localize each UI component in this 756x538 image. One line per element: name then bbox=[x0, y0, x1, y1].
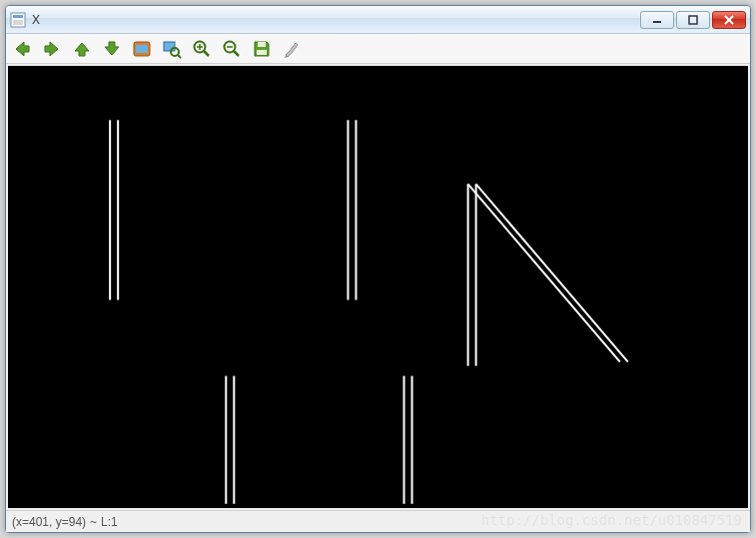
brush-button[interactable] bbox=[280, 37, 304, 61]
back-arrow-icon bbox=[12, 39, 32, 59]
window-controls bbox=[640, 11, 746, 29]
up-button[interactable] bbox=[70, 37, 94, 61]
svg-rect-20 bbox=[257, 50, 267, 55]
up-arrow-icon bbox=[72, 39, 92, 59]
close-button[interactable] bbox=[712, 11, 746, 29]
svg-rect-8 bbox=[136, 45, 148, 53]
svg-rect-4 bbox=[689, 16, 697, 24]
zoom-out-button[interactable] bbox=[220, 37, 244, 61]
save-icon bbox=[252, 39, 272, 59]
save-button[interactable] bbox=[250, 37, 274, 61]
toolbar bbox=[6, 34, 750, 64]
back-button[interactable] bbox=[10, 37, 34, 61]
cursor-coords: (x=401, y=94) bbox=[12, 515, 86, 529]
svg-rect-19 bbox=[258, 42, 266, 47]
minimize-icon bbox=[652, 15, 662, 25]
minimize-button[interactable] bbox=[640, 11, 674, 29]
close-icon bbox=[724, 15, 734, 25]
svg-line-13 bbox=[204, 51, 209, 56]
svg-line-17 bbox=[234, 51, 239, 56]
layer-indicator: L:1 bbox=[101, 515, 118, 529]
maximize-button[interactable] bbox=[676, 11, 710, 29]
zoom-in-icon bbox=[192, 39, 212, 59]
titlebar[interactable]: X bbox=[6, 6, 750, 34]
plot-line bbox=[468, 184, 620, 361]
canvas[interactable] bbox=[8, 66, 748, 508]
forward-button[interactable] bbox=[40, 37, 64, 61]
zoom-region-button[interactable] bbox=[160, 37, 184, 61]
svg-rect-1 bbox=[13, 15, 23, 18]
maximize-icon bbox=[688, 15, 698, 25]
window-title: X bbox=[32, 13, 640, 27]
home-icon bbox=[132, 39, 152, 59]
zoom-in-button[interactable] bbox=[190, 37, 214, 61]
plot-line bbox=[476, 184, 628, 361]
down-arrow-icon bbox=[102, 39, 122, 59]
status-sep: ~ bbox=[90, 515, 97, 529]
svg-line-11 bbox=[178, 55, 181, 58]
home-button[interactable] bbox=[130, 37, 154, 61]
app-window: X bbox=[5, 5, 751, 533]
svg-rect-2 bbox=[13, 20, 23, 25]
down-button[interactable] bbox=[100, 37, 124, 61]
zoom-out-icon bbox=[222, 39, 242, 59]
statusbar: (x=401, y=94) ~ L:1 bbox=[6, 510, 750, 532]
zoom-region-icon bbox=[162, 39, 182, 59]
app-icon bbox=[10, 12, 26, 28]
svg-rect-9 bbox=[164, 42, 175, 51]
forward-arrow-icon bbox=[42, 39, 62, 59]
line-plot bbox=[8, 66, 748, 508]
brush-icon bbox=[282, 39, 302, 59]
